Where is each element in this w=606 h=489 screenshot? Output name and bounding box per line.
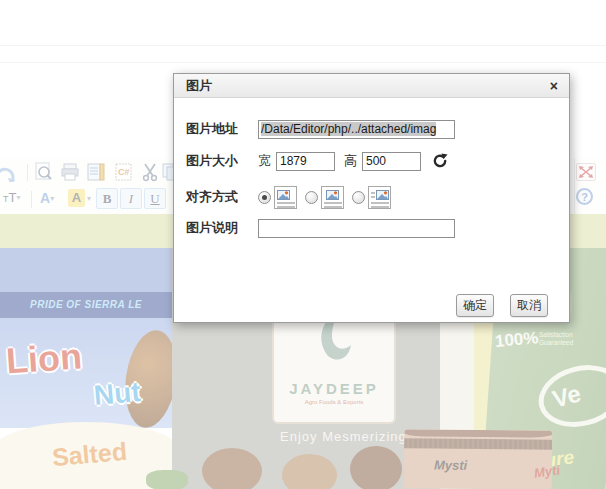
text-line	[371, 192, 375, 194]
cancel-button[interactable]: 取消	[510, 294, 548, 317]
ok-button[interactable]: 确定	[456, 294, 494, 317]
text-line	[277, 202, 295, 204]
align-label: 对齐方式	[186, 188, 258, 206]
refresh-icon[interactable]	[432, 153, 448, 169]
image-thumb-icon	[277, 190, 290, 200]
image-dialog: 图片 × 图片地址 /Data/Editor/php/../attached/i…	[173, 73, 570, 323]
align-left-radio[interactable]	[258, 191, 271, 204]
image-url-selected-text: /Data/Editor/php/../attached/imag	[261, 122, 436, 136]
image-size-row: 图片大小 宽 高	[186, 148, 448, 174]
width-label: 宽	[258, 152, 271, 170]
align-left-option[interactable]	[274, 186, 297, 209]
align-center-radio[interactable]	[305, 191, 318, 204]
image-thumb-icon	[376, 190, 389, 200]
text-line	[371, 196, 375, 198]
image-thumb-icon	[326, 190, 339, 200]
text-line	[371, 206, 389, 208]
caption-label: 图片说明	[186, 219, 258, 237]
text-line	[324, 206, 342, 208]
image-url-label: 图片地址	[186, 120, 258, 138]
image-size-label: 图片大小	[186, 152, 258, 170]
height-label: 高	[344, 152, 357, 170]
dialog-title: 图片	[186, 78, 212, 93]
image-url-input[interactable]: /Data/Editor/php/../attached/imag	[258, 120, 455, 139]
text-line	[371, 202, 389, 204]
close-icon[interactable]: ×	[550, 74, 558, 98]
width-input[interactable]	[276, 152, 335, 171]
caption-input[interactable]	[258, 219, 455, 238]
editor-screen: PRIDE OF SIERRA LE Lion Nut Salted JAYDE…	[0, 0, 606, 489]
align-right-option[interactable]	[368, 186, 391, 209]
align-row: 对齐方式	[186, 184, 399, 210]
text-line	[277, 206, 295, 208]
dialog-titlebar[interactable]: 图片 ×	[174, 74, 569, 98]
align-center-option[interactable]	[321, 186, 344, 209]
height-input[interactable]	[362, 152, 421, 171]
caption-row: 图片说明	[186, 215, 455, 241]
image-url-row: 图片地址 /Data/Editor/php/../attached/imag	[186, 116, 455, 142]
text-line	[324, 202, 342, 204]
align-right-radio[interactable]	[352, 191, 365, 204]
